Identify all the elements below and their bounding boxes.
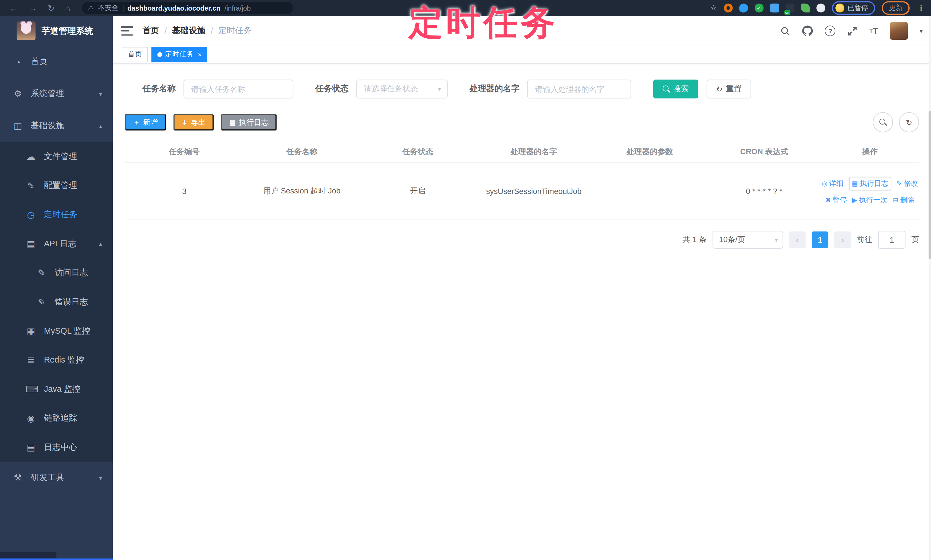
sidebar-item-redis-monitor[interactable]: ≣ Redis 监控 [0,345,113,375]
col-job-name: 任务名称 [244,142,360,163]
breadcrumb-separator: / [211,26,213,35]
col-cron: CRON 表达式 [708,142,820,163]
extension-puzzle-icon[interactable] [770,3,779,12]
search-icon[interactable] [780,26,791,36]
extensions-pin-icon[interactable] [816,3,825,12]
github-icon[interactable] [803,25,813,36]
top-navbar: 首页 / 基础设施 / 定时任务 ? TT ▾ [113,16,931,46]
sidebar-item-mysql-monitor[interactable]: ▦ MySQL 监控 [0,316,113,345]
download-icon: ↧ [182,118,188,126]
sidebar-filler [0,494,113,560]
extension-switch-icon[interactable]: on [785,3,794,12]
browser-reload-icon[interactable]: ↻ [44,4,58,12]
sidebar-item-error-log[interactable]: ✎ 错误日志 [0,287,113,317]
user-menu-caret-icon[interactable]: ▾ [920,28,923,34]
mysql-monitor-icon: ▦ [25,326,36,336]
breadcrumb-infra[interactable]: 基础设施 [172,25,205,36]
chevron-down-icon: ▾ [99,474,102,481]
toggle-search-button[interactable] [873,112,893,132]
sidebar-item-system[interactable]: ⚙ 系统管理 ▾ [0,78,113,110]
user-avatar[interactable] [890,22,908,40]
detail-link[interactable]: ◎详细 [822,178,843,189]
address-divider [123,5,123,12]
filter-group-name: 任务名称 [143,80,293,98]
breadcrumb-home[interactable]: 首页 [143,25,159,36]
browser-menu-icon[interactable]: ⋮ [916,3,925,12]
help-icon[interactable]: ? [825,25,835,36]
table-tools: ↻ [873,112,919,132]
sidebar-item-home[interactable]: ◔ 首页 [0,46,113,78]
sidebar-item-label: Redis 监控 [44,355,84,365]
browser-forward-icon[interactable]: → [25,4,40,12]
fullscreen-icon[interactable] [848,26,857,36]
extension-leaf-icon[interactable] [801,3,809,12]
filter-form: 任务名称 任务状态 请选择任务状态 ▾ 处理器的名字 [143,80,919,98]
api-log-icon: ▤ [25,238,36,249]
cell-handler-name: sysUserSessionTimeoutJob [476,162,592,220]
goto-page-input[interactable] [878,231,905,249]
cell-handler-params [592,162,708,220]
job-name-label: 任务名称 [143,83,176,94]
emoji-avatar [835,3,844,12]
sidebar-item-api-log[interactable]: ▤ API 日志 ▴ [0,229,113,258]
current-page-button[interactable]: 1 [812,231,828,248]
tag-scheduled-jobs[interactable]: 定时任务 × [151,47,208,62]
chevron-up-icon: ▴ [99,123,102,129]
tag-home[interactable]: 首页 [122,47,148,62]
handler-name-input[interactable] [527,80,631,98]
search-button[interactable]: 搜索 [653,80,698,98]
bookmark-star-icon[interactable]: ☆ [710,3,717,12]
page-scrollbar[interactable] [929,16,931,560]
sidebar-item-scheduled-jobs[interactable]: ◷ 定时任务 [0,200,113,229]
reset-button[interactable]: ↻ 重置 [706,80,751,98]
error-log-icon: ✎ [36,297,47,307]
sidebar-item-file-manage[interactable]: ☁ 文件管理 [0,142,113,171]
extension-drop-icon[interactable] [739,3,748,12]
sidebar-item-dev-tools[interactable]: ⚒ 研发工具 ▾ [0,462,113,494]
sidebar-item-infra[interactable]: ◫ 基础设施 ▴ [0,110,113,142]
sidebar-scroll-corner [0,552,56,558]
address-bar[interactable]: ⚠ 不安全 dashboard.yudao.iocoder.cn/infra/j… [82,2,293,14]
scrollbar-thumb[interactable] [929,111,931,260]
export-button[interactable]: ↧ 导出 [174,114,214,131]
next-page-button[interactable]: › [834,231,851,248]
sidebar-item-label: 定时任务 [44,209,77,220]
extension-orange-icon[interactable] [723,3,732,12]
run-once-link[interactable]: ▶执行一次 [852,195,888,205]
browser-back-icon[interactable]: ← [6,4,22,12]
cell-job-status: 开启 [360,162,476,220]
sidebar-item-label: MySQL 监控 [44,326,90,336]
sidebar-item-access-log[interactable]: ✎ 访问日志 [0,258,113,287]
content-area: 首页 / 基础设施 / 定时任务 ? TT ▾ 首 [113,16,931,560]
exec-log-button[interactable]: ▤ 执行日志 [221,114,277,131]
sidebar-item-java-monitor[interactable]: ⌨ Java 监控 [0,375,113,404]
prev-page-button[interactable]: ‹ [789,231,806,248]
job-name-input[interactable] [183,80,293,98]
gear-icon: ⚙ [12,88,23,99]
extension-check-icon[interactable]: ✓ [754,3,763,12]
sidebar-item-log-center[interactable]: ▤ 日志中心 [0,433,113,462]
browser-home-icon[interactable]: ⌂ [62,4,74,12]
edit-link[interactable]: ✎修改 [897,178,918,189]
row-exec-log-link[interactable]: ▤执行日志 [849,177,891,191]
delete-link-label: 删除 [900,195,914,205]
job-status-select[interactable]: 请选择任务状态 ▾ [356,80,447,98]
tags-view-bar: 首页 定时任务 × [113,46,931,63]
add-button[interactable]: ＋ 新增 [125,114,166,131]
font-size-icon[interactable]: TT [869,26,878,36]
sidebar-item-config-manage[interactable]: ✎ 配置管理 [0,171,113,200]
delete-link[interactable]: ⊟删除 [893,195,914,205]
sidebar-toggle-icon[interactable] [121,26,133,35]
refresh-table-button[interactable]: ↻ [899,112,919,132]
page-size-select[interactable]: 10条/页 ▾ [712,231,783,249]
plus-icon: ＋ [133,117,140,127]
pause-link[interactable]: ✖暂停 [825,195,847,205]
pencil-icon: ✎ [897,180,902,188]
chevron-down-icon: ▾ [438,85,441,93]
pause-link-label: 暂停 [832,195,847,205]
close-icon[interactable]: × [198,51,202,58]
sidebar-item-trace[interactable]: ◉ 链路追踪 [0,403,113,433]
profile-paused-chip[interactable]: 已暂停 [832,1,875,15]
browser-update-button[interactable]: 更新 [882,1,909,15]
sidebar-logo[interactable]: 芋道管理系统 [0,16,113,46]
